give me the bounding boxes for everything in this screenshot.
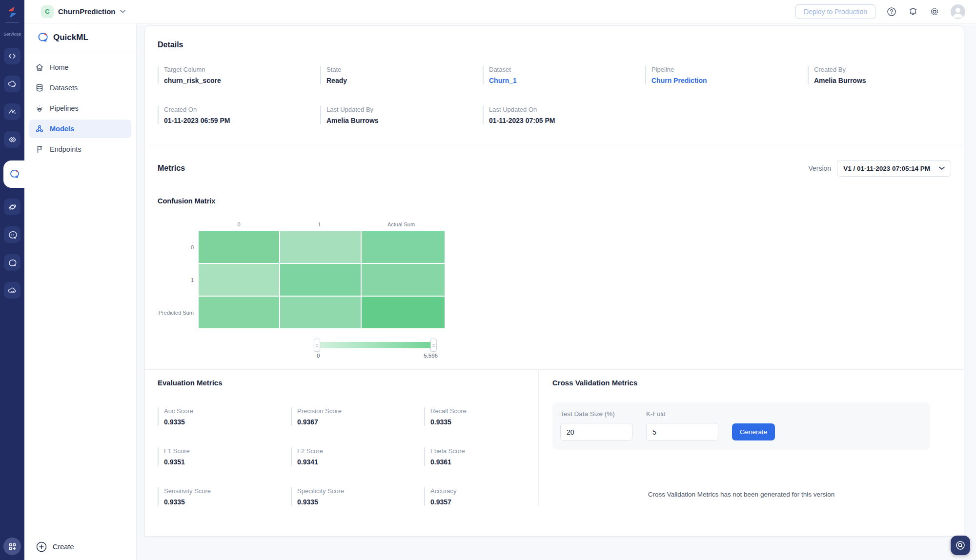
sidebar-item-pipelines[interactable]: Pipelines	[29, 99, 131, 118]
row-label: Predicted Sum	[158, 297, 196, 328]
slider-handle-min[interactable]	[314, 339, 320, 352]
help-icon[interactable]	[886, 6, 897, 17]
sidebar-item-models[interactable]: Models	[29, 120, 131, 138]
matrix-cell[interactable]	[199, 264, 279, 296]
sidebar-item-datasets[interactable]: Datasets	[29, 79, 131, 97]
metric-value: 0.9341	[297, 458, 424, 466]
search-circle-icon	[955, 540, 966, 551]
dataset-link[interactable]: Churn_1	[489, 77, 645, 84]
catalyst-logo-icon[interactable]	[4, 4, 20, 20]
metric-label: Auc Score	[164, 407, 291, 415]
sidebar-item-endpoints[interactable]: Endpoints	[29, 140, 131, 159]
plus-circle-icon	[36, 541, 47, 552]
version-selector-wrap: Version V1 / 01-11-2023 07:05:14 PM	[808, 160, 951, 177]
project-switcher[interactable]: C ChurnPrediction	[41, 5, 125, 18]
sidebar-item-home[interactable]: Home	[29, 58, 131, 77]
cross-validation-empty-message: Cross Validation Metrics has not been ge…	[552, 491, 930, 498]
create-label: Create	[53, 543, 74, 551]
field-value: Amelia Burrows	[814, 77, 951, 84]
endpoints-icon	[35, 145, 44, 154]
matrix-cell[interactable]	[362, 264, 445, 296]
cloud-icon[interactable]	[4, 282, 20, 299]
field-label: Pipeline	[651, 66, 808, 73]
app-root: Services	[0, 0, 976, 560]
slider-handle-max[interactable]	[430, 339, 437, 352]
field-value: churn_risk_score	[164, 77, 320, 84]
matrix-cell[interactable]	[280, 264, 361, 296]
create-button[interactable]: Create	[36, 541, 74, 552]
row-label: 0	[158, 231, 196, 263]
floating-search-button[interactable]	[951, 536, 970, 555]
field-value: Amelia Burrows	[326, 117, 483, 124]
metric-value: 0.9367	[297, 418, 424, 426]
confusion-matrix: 0 1 Actual Sum 0 1 Predicted Sum	[158, 221, 951, 328]
user-avatar[interactable]	[951, 4, 965, 19]
matrix-column-labels: 0 1 Actual Sum	[199, 221, 951, 227]
globe-orbit-icon[interactable]	[4, 199, 20, 215]
confusion-matrix-grid	[199, 231, 445, 328]
scale-min-label: 0	[317, 353, 320, 359]
apps-grid-icon[interactable]	[3, 538, 21, 555]
chat-sparkle-icon[interactable]	[4, 254, 20, 271]
cross-validation-form: Test Data Size (%) K-Fold Generate	[552, 402, 930, 450]
deploy-diamonds-icon[interactable]	[4, 131, 20, 148]
deploy-to-production-button[interactable]: Deploy to Production	[795, 4, 875, 19]
cloud-sync-icon[interactable]	[4, 76, 20, 92]
kfold-input[interactable]	[646, 423, 718, 441]
version-dropdown[interactable]: V1 / 01-11-2023 07:05:14 PM	[837, 160, 951, 177]
pipeline-link[interactable]: Churn Prediction	[651, 77, 808, 84]
zia-icon[interactable]	[4, 103, 20, 120]
evaluation-metric-item: Specificity Score0.9335	[291, 487, 424, 506]
quickml-header: QuickML	[24, 23, 136, 51]
matrix-cell[interactable]	[199, 231, 279, 263]
metric-label: Specificity Score	[297, 487, 424, 495]
field-label: Created On	[164, 106, 320, 113]
active-service-tab	[0, 160, 24, 188]
details-row-1: Target Column churn_risk_score State Rea…	[158, 66, 951, 84]
details-heading: Details	[158, 40, 951, 49]
matrix-cell[interactable]	[362, 297, 445, 328]
models-icon	[35, 124, 44, 133]
field-state: State Ready	[320, 66, 483, 84]
services-label: Services	[3, 32, 21, 37]
metric-label: F2 Score	[297, 447, 424, 455]
confusion-matrix-title: Confusion Matrix	[158, 197, 951, 205]
settings-gear-icon[interactable]	[929, 6, 940, 17]
evaluation-metric-item: Accuracy0.9357	[424, 487, 536, 506]
service-rail: Services	[0, 0, 24, 560]
matrix-cell[interactable]	[199, 297, 279, 328]
matrix-cell[interactable]	[280, 297, 361, 328]
field-created-by: Created By Amelia Burrows	[808, 66, 951, 84]
test-data-size-label: Test Data Size (%)	[560, 410, 632, 418]
field-value: Ready	[326, 77, 483, 84]
metric-label: Fbeta Score	[430, 447, 536, 455]
test-data-size-group: Test Data Size (%)	[560, 410, 632, 441]
code-icon[interactable]	[4, 48, 20, 64]
metric-label: Recall Score	[430, 407, 536, 415]
bot-chat-icon[interactable]	[4, 226, 20, 243]
row-label: 1	[158, 264, 196, 296]
model-detail-card: Details Target Column churn_risk_score S…	[144, 25, 964, 537]
metric-value: 0.9357	[430, 498, 536, 506]
evaluation-metrics-section: Evaluation Metrics Auc Score0.9335Precis…	[145, 370, 538, 506]
sidebar-nav: Home Datasets Pipelines Models Endpoints	[24, 51, 136, 159]
kfold-group: K-Fold	[646, 410, 718, 441]
sidebar-item-label: Models	[50, 125, 74, 133]
notifications-bell-icon[interactable]	[908, 6, 918, 17]
chevron-down-icon	[939, 166, 945, 170]
topbar-actions: Deploy to Production	[795, 4, 976, 19]
matrix-row-labels: 0 1 Predicted Sum	[158, 231, 196, 328]
matrix-cell[interactable]	[280, 231, 361, 263]
evaluation-metric-item: Fbeta Score0.9361	[424, 447, 536, 466]
slider-track[interactable]	[317, 342, 434, 348]
quickml-icon[interactable]	[3, 160, 24, 188]
field-value: 01-11-2023 07:05 PM	[489, 117, 645, 124]
evaluation-metric-item: Recall Score0.9335	[424, 407, 536, 426]
metrics-heading: Metrics	[158, 164, 185, 173]
field-created-on: Created On 01-11-2023 06:59 PM	[158, 106, 320, 124]
evaluation-metric-item: Auc Score0.9335	[158, 407, 291, 426]
version-label: Version	[808, 164, 831, 172]
generate-button[interactable]: Generate	[732, 423, 775, 440]
test-data-size-input[interactable]	[560, 423, 632, 441]
matrix-cell[interactable]	[362, 231, 445, 263]
